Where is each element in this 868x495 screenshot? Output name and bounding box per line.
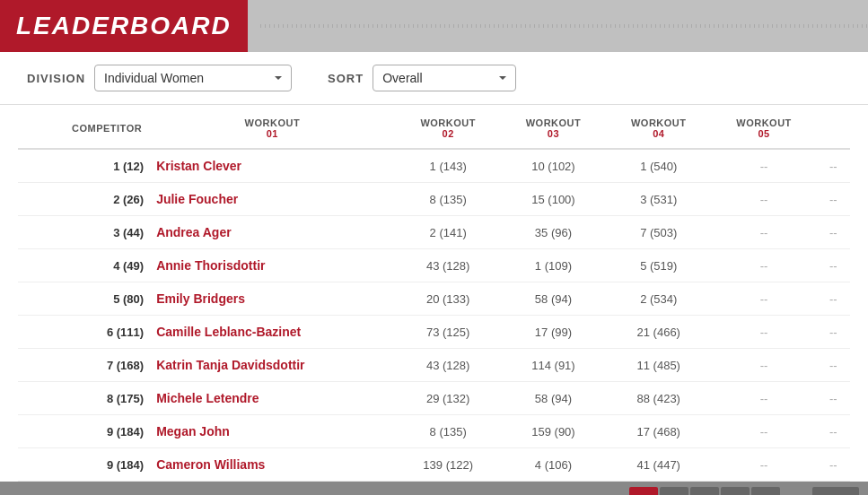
w03-cell: 11 (485): [606, 349, 711, 382]
w02-cell: 1 (109): [501, 249, 606, 282]
w01-cell: 20 (133): [396, 282, 501, 316]
competitor-name[interactable]: Michele Letendre: [149, 382, 395, 415]
w04-cell: --: [711, 349, 816, 382]
table-body: 1 (12)Kristan Clever1 (143)10 (102)1 (54…: [18, 149, 850, 482]
w04-cell: --: [711, 282, 816, 316]
w01-cell: 73 (125): [396, 316, 501, 349]
competitor-name[interactable]: Andrea Ager: [149, 216, 395, 249]
w03-cell: 1 (540): [606, 149, 711, 183]
w05-cell: --: [817, 282, 850, 316]
header-title-box: LEADERBOARD: [0, 0, 248, 52]
w04-cell: --: [711, 216, 816, 249]
table-row: 3 (44)Andrea Ager2 (141)35 (96)7 (503)--…: [18, 216, 850, 249]
page-btn-2[interactable]: 2: [660, 487, 688, 495]
w03-cell: 21 (466): [606, 316, 711, 349]
w01-cell: 29 (132): [396, 382, 501, 415]
sort-group: SORT OverallWorkout 01Workout 02Workout …: [328, 65, 516, 91]
w05-cell: --: [817, 316, 850, 349]
rank-cell: 6 (111): [18, 316, 149, 349]
w02-cell: 17 (99): [501, 316, 606, 349]
table-row: 5 (80)Emily Bridgers20 (133)58 (94)2 (53…: [18, 282, 850, 316]
w04-cell: --: [711, 149, 816, 183]
page-btn-1[interactable]: 1: [629, 487, 658, 495]
w01-cell: 139 (122): [396, 448, 501, 482]
competitor-name[interactable]: Kristan Clever: [149, 149, 395, 183]
rank-cell: 2 (26): [18, 183, 149, 216]
competitor-name[interactable]: Camille Leblanc-Bazinet: [149, 316, 395, 349]
w01-cell: 1 (143): [396, 149, 501, 183]
w04-cell: --: [711, 249, 816, 282]
rank-cell: 4 (49): [18, 249, 149, 282]
competitor-name[interactable]: Julie Foucher: [149, 183, 395, 216]
w05-cell: --: [817, 183, 850, 216]
w02-cell: 114 (91): [501, 349, 606, 382]
w01-cell: 2 (141): [396, 216, 501, 249]
table-row: 7 (168)Katrin Tanja Davidsdottir43 (128)…: [18, 349, 850, 382]
pagination: 12345...1779: [0, 482, 868, 495]
table-row: 1 (12)Kristan Clever1 (143)10 (102)1 (54…: [18, 149, 850, 183]
leaderboard-table: COMPETITOR WORKOUT 01 WORKOUT 02 WORKOUT…: [18, 105, 850, 482]
competitor-name[interactable]: Emily Bridgers: [149, 282, 395, 316]
w03-cell: 41 (447): [606, 448, 711, 482]
sort-label: SORT: [328, 72, 364, 85]
w01-cell: 8 (135): [396, 415, 501, 448]
w05-cell: --: [817, 216, 850, 249]
w05-cell: --: [817, 415, 850, 448]
competitor-name[interactable]: Annie Thorisdottir: [149, 249, 395, 282]
w04-cell: --: [711, 316, 816, 349]
w02-cell: 159 (90): [501, 415, 606, 448]
competitor-name[interactable]: Megan John: [149, 415, 395, 448]
w02-cell: 15 (100): [501, 183, 606, 216]
table-header: COMPETITOR WORKOUT 01 WORKOUT 02 WORKOUT…: [18, 105, 850, 149]
w03-cell: 5 (519): [606, 249, 711, 282]
table-row: 4 (49)Annie Thorisdottir43 (128)1 (109)5…: [18, 249, 850, 282]
w03-cell: 88 (423): [606, 382, 711, 415]
w02-cell: 4 (106): [501, 448, 606, 482]
page-btn-3[interactable]: 3: [690, 487, 719, 495]
w04-cell: --: [711, 183, 816, 216]
col-header-w05: WORKOUT 05: [711, 105, 816, 149]
table-wrapper: COMPETITOR WORKOUT 01 WORKOUT 02 WORKOUT…: [0, 105, 868, 482]
w02-cell: 10 (102): [501, 149, 606, 183]
header-decoration: [257, 24, 868, 28]
rank-cell: 8 (175): [18, 382, 149, 415]
rank-cell: 9 (184): [18, 415, 149, 448]
table-row: 8 (175)Michele Letendre29 (132)58 (94)88…: [18, 382, 850, 415]
col-header-competitor: COMPETITOR: [18, 105, 149, 149]
col-header-w03: WORKOUT 03: [501, 105, 606, 149]
rank-cell: 5 (80): [18, 282, 149, 316]
page-btn-5[interactable]: 5: [751, 487, 780, 495]
w03-cell: 17 (468): [606, 415, 711, 448]
rank-cell: 9 (184): [18, 448, 149, 482]
rank-cell: 7 (168): [18, 349, 149, 382]
w01-cell: 43 (128): [396, 249, 501, 282]
rank-cell: 3 (44): [18, 216, 149, 249]
sort-select[interactable]: OverallWorkout 01Workout 02Workout 03: [373, 65, 516, 91]
competitor-name[interactable]: Cameron Williams: [149, 448, 395, 482]
w05-cell: --: [817, 349, 850, 382]
w02-cell: 58 (94): [501, 382, 606, 415]
division-label: DIVISION: [27, 72, 85, 85]
col-header-w01: WORKOUT 01: [149, 105, 395, 149]
table-row: 2 (26)Julie Foucher8 (135)15 (100)3 (531…: [18, 183, 850, 216]
col-header-w02: WORKOUT 02: [396, 105, 501, 149]
table-row: 9 (184)Cameron Williams139 (122)4 (106)4…: [18, 448, 850, 482]
w05-cell: --: [817, 382, 850, 415]
division-select[interactable]: Individual WomenIndividual MenTeam: [94, 65, 292, 91]
w05-cell: --: [817, 249, 850, 282]
table-row: 9 (184)Megan John8 (135)159 (90)17 (468)…: [18, 415, 850, 448]
table-row: 6 (111)Camille Leblanc-Bazinet73 (125)17…: [18, 316, 850, 349]
w04-cell: --: [711, 415, 816, 448]
competitor-name[interactable]: Katrin Tanja Davidsdottir: [149, 349, 395, 382]
page-btn-4[interactable]: 4: [721, 487, 750, 495]
w03-cell: 2 (534): [606, 282, 711, 316]
pagination-ellipsis: ...: [782, 487, 811, 495]
page-btn-1779[interactable]: 1779: [812, 487, 859, 495]
rank-cell: 1 (12): [18, 149, 149, 183]
col-header-w04: WORKOUT 04: [606, 105, 711, 149]
division-group: DIVISION Individual WomenIndividual MenT…: [27, 65, 292, 91]
w02-cell: 35 (96): [501, 216, 606, 249]
w05-cell: --: [817, 448, 850, 482]
w01-cell: 43 (128): [396, 349, 501, 382]
header-title: LEADERBOARD: [16, 12, 232, 40]
